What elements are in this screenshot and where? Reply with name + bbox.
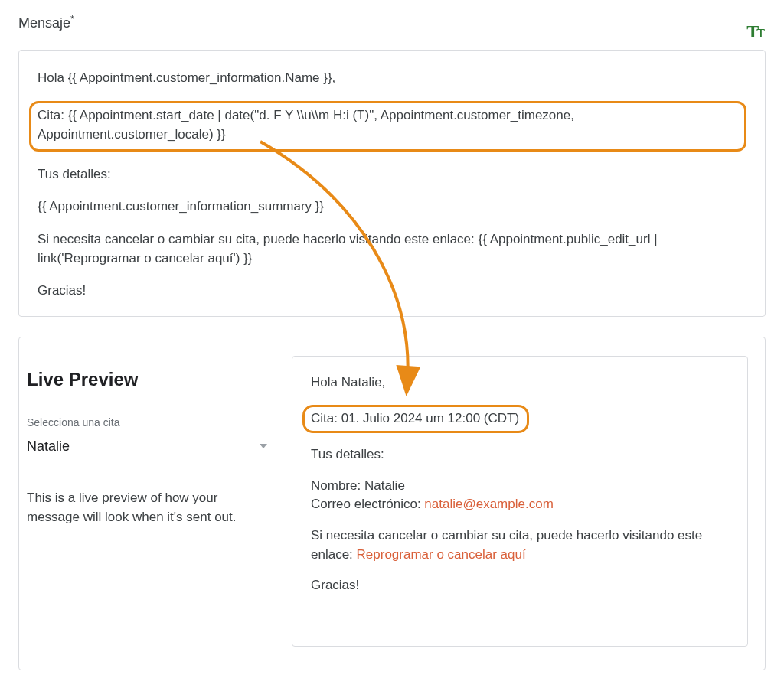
- preview-details-header: Tus detalles:: [311, 445, 729, 464]
- preview-name-value: Natalie: [364, 478, 405, 493]
- live-preview-description: This is a live preview of how your messa…: [27, 489, 272, 526]
- preview-cita-highlight: Cita: 01. Julio 2024 um 12:00 (CDT): [302, 405, 529, 434]
- required-asterisk: *: [70, 14, 74, 24]
- text-formatting-icon[interactable]: TT: [746, 18, 766, 45]
- editor-cita-highlight: Cita: {{ Appointment.start_date | date("…: [29, 101, 746, 151]
- field-label: Mensaje*: [18, 12, 74, 33]
- editor-details-header: Tus detalles:: [38, 165, 746, 184]
- live-preview-panel: Live Preview Selecciona una cita Natalie…: [18, 337, 766, 670]
- editor-cita-text: Cita: {{ Appointment.start_date | date("…: [38, 108, 574, 142]
- chevron-down-icon: [260, 444, 267, 448]
- editor-details-body: {{ Appointment.customer_information_summ…: [38, 197, 746, 217]
- preview-greeting: Hola Natalie,: [311, 373, 729, 393]
- editor-greeting: Hola {{ Appointment.customer_information…: [38, 69, 746, 88]
- field-label-text: Mensaje: [18, 15, 70, 31]
- preview-email-label: Correo electrónico:: [311, 497, 424, 511]
- appointment-select-label: Selecciona una cita: [27, 415, 272, 430]
- editor-thanks: Gracias!: [38, 282, 746, 301]
- message-editor[interactable]: Hola {{ Appointment.customer_information…: [18, 50, 766, 317]
- preview-cita-text: Cita: 01. Julio 2024 um 12:00 (CDT): [311, 411, 519, 425]
- live-preview-title: Live Preview: [27, 367, 272, 393]
- preview-details-block: Nombre: Natalie Correo electrónico: nata…: [311, 477, 729, 514]
- appointment-select[interactable]: Natalie: [27, 433, 272, 461]
- appointment-select-value: Natalie: [27, 436, 70, 456]
- preview-thanks: Gracias!: [311, 576, 729, 595]
- editor-cancel-line: Si necesita cancelar o cambiar su cita, …: [38, 230, 746, 268]
- preview-name-label: Nombre:: [311, 478, 364, 493]
- live-preview-output: Hola Natalie, Cita: 01. Julio 2024 um 12…: [292, 356, 748, 647]
- preview-reschedule-link[interactable]: Reprogramar o cancelar aquí: [357, 547, 526, 562]
- preview-email-link[interactable]: natalie@example.com: [424, 497, 553, 511]
